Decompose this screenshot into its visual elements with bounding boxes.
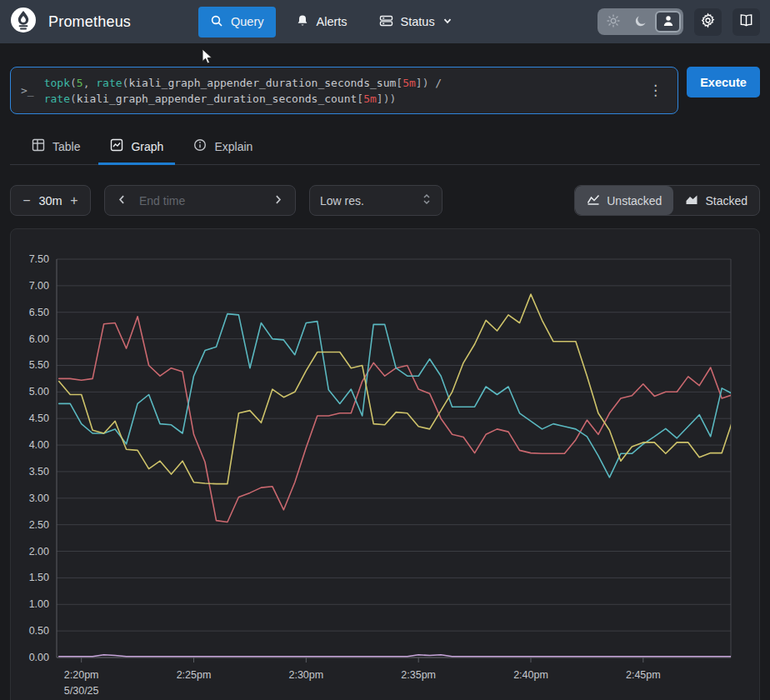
select-chevrons-icon <box>422 192 432 208</box>
svg-text:5.50: 5.50 <box>29 359 49 371</box>
svg-text:2:45pm: 2:45pm <box>626 669 661 681</box>
chart-line-icon <box>587 193 600 208</box>
graph-controls: − 30m + End time Low res. <box>10 185 760 216</box>
execute-button[interactable]: Execute <box>687 67 760 98</box>
query-row: >_ topk(5, rate(kiali_graph_appender_dur… <box>0 43 770 114</box>
time-back-button[interactable] <box>113 191 131 211</box>
navbar-right <box>598 8 760 36</box>
svg-text:0.00: 0.00 <box>29 652 49 663</box>
theme-light-button[interactable] <box>600 11 626 32</box>
range-value[interactable]: 30m <box>38 194 62 208</box>
theme-toggle <box>598 8 683 35</box>
promql-expression[interactable]: topk(5, rate(kiali_graph_appender_durati… <box>44 75 630 107</box>
kebab-menu-icon: ⋮ <box>648 82 662 98</box>
svg-text:2:25pm: 2:25pm <box>177 669 212 681</box>
stacked-button[interactable]: Stacked <box>673 186 759 215</box>
unstacked-button[interactable]: Unstacked <box>575 186 673 215</box>
query-options-button[interactable]: ⋮ <box>640 77 671 104</box>
book-icon <box>738 12 754 31</box>
range-decrease-button[interactable]: − <box>16 188 38 213</box>
settings-button[interactable] <box>694 8 722 36</box>
user-icon <box>662 14 675 30</box>
svg-text:3.50: 3.50 <box>29 466 49 478</box>
resolution-select[interactable]: Low res. <box>309 185 442 216</box>
nav-alerts-button[interactable]: Alerts <box>284 7 359 38</box>
nav-query-button[interactable]: Query <box>198 7 276 38</box>
prometheus-app: Prometheus Query Alerts <box>0 0 770 216</box>
query-expression-input[interactable]: >_ topk(5, rate(kiali_graph_appender_dur… <box>10 67 678 114</box>
svg-text:7.00: 7.00 <box>29 280 49 292</box>
chart-icon <box>110 138 123 154</box>
moon-icon <box>634 14 648 30</box>
svg-text:4.00: 4.00 <box>29 439 49 451</box>
gear-icon <box>700 12 716 31</box>
tab-explain[interactable]: Explain <box>182 132 264 165</box>
resolution-value: Low res. <box>320 194 364 208</box>
tab-table-label: Table <box>52 140 80 153</box>
brand-title: Prometheus <box>48 13 131 31</box>
chevron-down-icon <box>442 15 452 28</box>
sun-icon <box>607 14 620 30</box>
chevron-left-icon <box>117 194 128 208</box>
table-icon <box>32 138 45 154</box>
bell-icon <box>296 14 309 30</box>
time-series-chart[interactable]: 0.000.501.001.502.002.503.003.504.004.50… <box>11 229 759 700</box>
nav-status-button[interactable]: Status <box>368 7 464 38</box>
graph-panel: 0.000.501.001.502.002.503.003.504.004.50… <box>10 228 760 700</box>
svg-text:1.00: 1.00 <box>29 598 49 610</box>
svg-text:2.00: 2.00 <box>29 546 49 558</box>
svg-text:2:20pm: 2:20pm <box>64 669 99 681</box>
svg-text:2:30pm: 2:30pm <box>288 669 323 681</box>
terminal-prompt-icon: >_ <box>21 84 34 97</box>
nav-alerts-label: Alerts <box>317 15 348 28</box>
svg-text:5/30/25: 5/30/25 <box>64 685 99 697</box>
minus-icon: − <box>22 193 30 208</box>
stacking-toggle: Unstacked Stacked <box>574 185 760 216</box>
svg-text:6.50: 6.50 <box>29 307 49 318</box>
navbar: Prometheus Query Alerts <box>0 0 770 43</box>
info-circle-icon <box>193 138 207 154</box>
svg-text:2.50: 2.50 <box>29 519 49 531</box>
svg-text:5.00: 5.00 <box>29 386 49 398</box>
svg-text:4.50: 4.50 <box>29 412 49 424</box>
prometheus-logo-icon <box>10 7 37 37</box>
theme-auto-button[interactable] <box>655 11 681 32</box>
tab-graph[interactable]: Graph <box>98 132 175 165</box>
svg-text:2:35pm: 2:35pm <box>401 669 436 681</box>
end-time-placeholder[interactable]: End time <box>139 194 261 208</box>
search-icon <box>210 14 223 30</box>
svg-text:2:40pm: 2:40pm <box>513 669 548 681</box>
brand: Prometheus <box>10 7 192 37</box>
nav-status-label: Status <box>401 15 435 28</box>
chevron-right-icon <box>272 194 283 208</box>
documentation-button[interactable] <box>732 8 760 36</box>
tab-graph-label: Graph <box>131 140 163 153</box>
time-forward-button[interactable] <box>269 191 287 211</box>
svg-text:7.50: 7.50 <box>29 253 49 265</box>
server-icon <box>379 14 393 30</box>
theme-dark-button[interactable] <box>628 11 653 32</box>
end-time-picker[interactable]: End time <box>104 185 296 216</box>
result-tabs: Table Graph Explain <box>10 132 760 165</box>
svg-text:6.00: 6.00 <box>29 333 49 345</box>
range-increase-button[interactable]: + <box>63 188 85 213</box>
svg-text:0.50: 0.50 <box>29 625 49 637</box>
range-stepper: − 30m + <box>10 185 91 216</box>
svg-text:3.00: 3.00 <box>29 492 49 504</box>
nav-query-label: Query <box>231 15 264 28</box>
stacked-label: Stacked <box>705 194 748 208</box>
tab-table[interactable]: Table <box>20 132 92 165</box>
nav-links: Query Alerts <box>198 7 591 38</box>
unstacked-label: Unstacked <box>607 194 662 208</box>
svg-text:1.50: 1.50 <box>29 572 49 583</box>
tab-explain-label: Explain <box>214 140 252 153</box>
chart-area-icon <box>685 193 698 208</box>
plus-icon: + <box>70 193 78 208</box>
